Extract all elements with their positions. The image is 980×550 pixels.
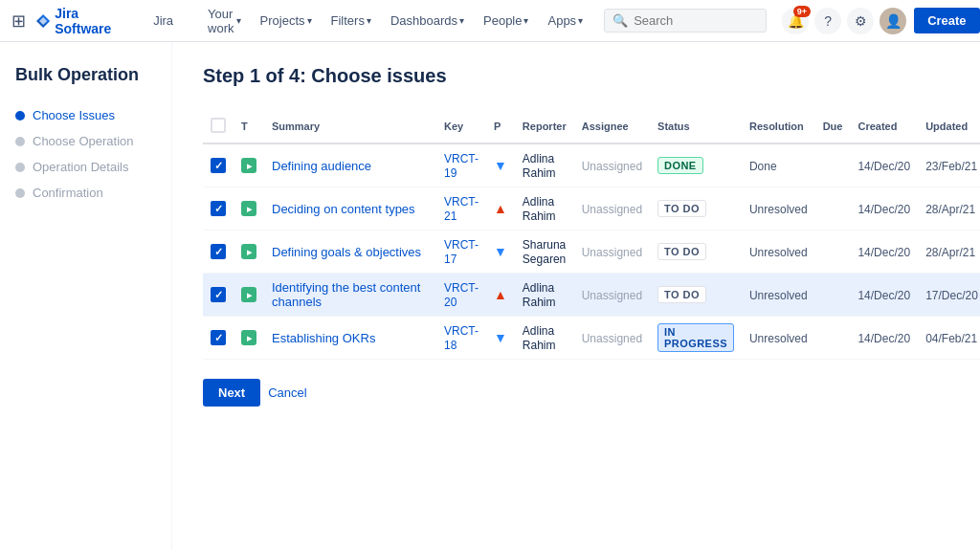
row-checkbox-2[interactable] (211, 244, 226, 259)
row-assignee-0: Unassigned (574, 143, 650, 187)
row-checkbox-4[interactable] (211, 330, 226, 345)
resolution-text-0: Done (749, 160, 777, 173)
chevron-down-icon: ▾ (367, 15, 371, 26)
issue-key-link-1[interactable]: VRCT-21 (444, 195, 479, 223)
issue-key-link-4[interactable]: VRCT-18 (444, 324, 479, 352)
table-row: ▸ Identifying the best content channels … (203, 274, 980, 317)
row-reporter-4: Adlina Rahim (515, 317, 574, 360)
notifications-button[interactable]: 🔔 9+ (782, 8, 809, 34)
nav-projects[interactable]: Projects ▾ (255, 13, 318, 28)
th-resolution: Resolution (742, 110, 815, 143)
row-checkbox-cell-4[interactable] (203, 317, 234, 360)
reporter-name-2: Sharuna Segaren (523, 238, 566, 266)
step-label-2: Choose Operation (33, 134, 134, 148)
row-status-1: TO DO (650, 187, 742, 231)
next-button[interactable]: Next (203, 379, 260, 407)
nav-jira[interactable]: Jira (147, 13, 179, 28)
priority-icon-1: ▲ (494, 201, 507, 216)
row-checkbox-cell-0[interactable] (203, 143, 234, 187)
select-all-header[interactable] (203, 110, 234, 143)
nav-apps[interactable]: Apps ▾ (542, 13, 589, 28)
nav-filters[interactable]: Filters ▾ (325, 13, 377, 28)
row-checkbox-1[interactable] (211, 201, 226, 216)
row-key-3: VRCT-20 (436, 274, 486, 317)
action-buttons: Next Cancel (203, 379, 949, 407)
row-due-0 (815, 143, 851, 187)
sidebar-step-4: Confirmation (15, 186, 156, 200)
reporter-name-0: Adlina Rahim (523, 152, 556, 180)
row-summary-3: Identifying the best content channels (264, 274, 436, 317)
issue-type-icon-3: ▸ (241, 287, 256, 302)
issue-type-icon-4: ▸ (241, 330, 256, 345)
priority-icon-0: ▼ (494, 158, 507, 173)
status-badge-3: TO DO (657, 286, 706, 303)
cancel-link[interactable]: Cancel (268, 385, 306, 400)
sidebar-step-1: Choose Issues (15, 108, 156, 122)
create-button[interactable]: Create (914, 8, 979, 33)
row-assignee-4: Unassigned (574, 317, 650, 360)
assignee-name-4: Unassigned (582, 332, 642, 345)
created-date-1: 14/Dec/20 (858, 203, 910, 216)
issue-key-link-0[interactable]: VRCT-19 (444, 152, 479, 180)
chevron-down-icon: ▾ (578, 15, 583, 26)
row-checkbox-0[interactable] (211, 158, 226, 173)
nav-people[interactable]: People ▾ (478, 13, 534, 28)
search-input[interactable] (634, 13, 758, 28)
select-all-checkbox[interactable] (211, 118, 226, 133)
search-bar[interactable]: 🔍 (604, 9, 767, 33)
issue-key-link-3[interactable]: VRCT-20 (444, 281, 479, 309)
th-summary: Summary (264, 110, 436, 143)
avatar[interactable]: 👤 (880, 8, 906, 34)
row-status-3: TO DO (650, 274, 742, 317)
app-name: Jira Software (55, 6, 117, 36)
grid-icon[interactable]: ⊞ (11, 11, 26, 32)
row-status-0: DONE (650, 143, 742, 187)
sidebar: Bulk Operation Choose Issues Choose Oper… (0, 42, 172, 550)
reporter-name-4: Adlina Rahim (523, 324, 556, 352)
th-assignee: Assignee (574, 110, 650, 143)
created-date-0: 14/Dec/20 (858, 160, 910, 173)
row-assignee-1: Unassigned (574, 187, 650, 231)
row-priority-0: ▼ (486, 143, 515, 187)
row-summary-0: Defining audience (264, 143, 436, 187)
row-due-2 (815, 231, 851, 274)
row-resolution-1: Unresolved (742, 187, 815, 231)
th-created: Created (850, 110, 918, 143)
row-checkbox-3[interactable] (211, 287, 226, 302)
row-checkbox-cell-2[interactable] (203, 231, 234, 274)
row-updated-0: 23/Feb/21 (918, 143, 980, 187)
issue-link-4[interactable]: Establishing OKRs (272, 331, 375, 345)
row-resolution-0: Done (742, 143, 815, 187)
table-row: ▸ Defining audience VRCT-19 ▼ Adlina Rah… (203, 143, 980, 187)
row-checkbox-cell-1[interactable] (203, 187, 234, 231)
issue-link-0[interactable]: Defining audience (272, 159, 371, 173)
resolution-text-2: Unresolved (749, 246, 808, 259)
row-checkbox-cell-3[interactable] (203, 274, 234, 317)
sidebar-step-2: Choose Operation (15, 134, 156, 148)
assignee-name-3: Unassigned (582, 289, 642, 302)
row-created-1: 14/Dec/20 (850, 187, 918, 231)
step-label-4: Confirmation (33, 186, 103, 200)
row-created-0: 14/Dec/20 (850, 143, 918, 187)
issue-link-1[interactable]: Deciding on content types (272, 202, 415, 216)
row-priority-2: ▼ (486, 231, 515, 274)
chevron-down-icon: ▾ (236, 15, 241, 26)
issues-table: T Summary Key P Reporter Assignee Status… (203, 110, 980, 360)
nav-your-work[interactable]: Your work ▾ (202, 7, 246, 35)
updated-date-3: 17/Dec/20 (925, 289, 978, 302)
table-row: ▸ Establishing OKRs VRCT-18 ▼ Adlina Rah… (203, 317, 980, 360)
row-status-2: TO DO (650, 231, 742, 274)
settings-button[interactable]: ⚙ (847, 8, 874, 34)
row-created-4: 14/Dec/20 (850, 317, 918, 360)
step-label-3: Operation Details (33, 160, 128, 174)
navbar: ⊞ Jira Software Jira Your work ▾ Project… (0, 0, 980, 42)
issue-link-3[interactable]: Identifying the best content channels (272, 280, 420, 309)
help-button[interactable]: ? (814, 8, 841, 34)
nav-dashboards[interactable]: Dashboards ▾ (385, 13, 470, 28)
table-row: ▸ Defining goals & objectives VRCT-17 ▼ … (203, 231, 980, 274)
issue-key-link-2[interactable]: VRCT-17 (444, 238, 479, 266)
issue-link-2[interactable]: Defining goals & objectives (272, 245, 421, 259)
app-logo[interactable]: Jira Software (35, 6, 117, 36)
row-key-0: VRCT-19 (436, 143, 486, 187)
row-type-4: ▸ (234, 317, 264, 360)
